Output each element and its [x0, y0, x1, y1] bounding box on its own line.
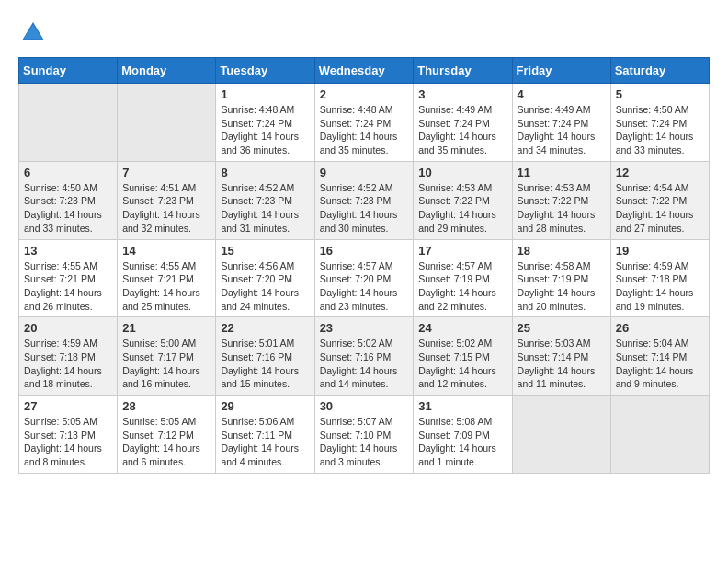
day-number: 24	[418, 321, 506, 335]
header-thursday: Thursday	[414, 58, 512, 84]
day-info: Sunrise: 5:02 AM Sunset: 7:15 PM Dayligh…	[418, 337, 506, 391]
day-info: Sunrise: 4:59 AM Sunset: 7:18 PM Dayligh…	[616, 259, 704, 314]
week-row-1: 1Sunrise: 4:48 AM Sunset: 7:24 PM Daylig…	[19, 84, 710, 162]
day-info: Sunrise: 5:05 AM Sunset: 7:12 PM Dayligh…	[122, 415, 210, 469]
day-cell: 24Sunrise: 5:02 AM Sunset: 7:15 PM Dayli…	[414, 317, 512, 396]
week-row-2: 6Sunrise: 4:50 AM Sunset: 7:23 PM Daylig…	[19, 161, 710, 239]
day-info: Sunrise: 4:53 AM Sunset: 7:22 PM Dayligh…	[518, 181, 606, 236]
day-info: Sunrise: 5:03 AM Sunset: 7:14 PM Dayligh…	[518, 337, 606, 391]
day-number: 8	[221, 166, 309, 179]
day-info: Sunrise: 4:48 AM Sunset: 7:24 PM Dayligh…	[221, 103, 309, 157]
calendar-body: 1Sunrise: 4:48 AM Sunset: 7:24 PM Daylig…	[19, 84, 710, 474]
day-cell: 3Sunrise: 4:49 AM Sunset: 7:24 PM Daylig…	[414, 84, 512, 162]
day-info: Sunrise: 4:57 AM Sunset: 7:20 PM Dayligh…	[320, 259, 409, 314]
week-row-3: 13Sunrise: 4:55 AM Sunset: 7:21 PM Dayli…	[19, 239, 710, 317]
day-number: 18	[518, 244, 606, 258]
day-info: Sunrise: 5:06 AM Sunset: 7:11 PM Dayligh…	[221, 415, 309, 469]
day-cell: 20Sunrise: 4:59 AM Sunset: 7:18 PM Dayli…	[19, 317, 118, 396]
calendar-header: SundayMondayTuesdayWednesdayThursdayFrid…	[19, 58, 710, 84]
day-number: 1	[221, 87, 309, 101]
day-cell: 12Sunrise: 4:54 AM Sunset: 7:22 PM Dayli…	[610, 161, 709, 239]
day-number: 20	[24, 321, 112, 335]
day-cell: 2Sunrise: 4:48 AM Sunset: 7:24 PM Daylig…	[314, 84, 414, 162]
day-info: Sunrise: 5:07 AM Sunset: 7:10 PM Dayligh…	[320, 415, 409, 469]
day-number: 7	[122, 166, 210, 179]
day-cell	[512, 396, 610, 474]
day-cell: 23Sunrise: 5:02 AM Sunset: 7:16 PM Dayli…	[314, 317, 414, 396]
day-info: Sunrise: 5:05 AM Sunset: 7:13 PM Dayligh…	[24, 415, 112, 469]
header-row: SundayMondayTuesdayWednesdayThursdayFrid…	[19, 58, 710, 84]
day-info: Sunrise: 4:56 AM Sunset: 7:20 PM Dayligh…	[221, 259, 309, 314]
day-info: Sunrise: 5:00 AM Sunset: 7:17 PM Dayligh…	[122, 337, 210, 391]
day-number: 11	[518, 166, 606, 179]
day-cell: 9Sunrise: 4:52 AM Sunset: 7:23 PM Daylig…	[314, 161, 414, 239]
day-info: Sunrise: 5:01 AM Sunset: 7:16 PM Dayligh…	[221, 337, 309, 391]
day-number: 31	[418, 399, 506, 413]
day-cell: 27Sunrise: 5:05 AM Sunset: 7:13 PM Dayli…	[19, 396, 118, 474]
page-header	[18, 18, 710, 48]
calendar-table: SundayMondayTuesdayWednesdayThursdayFrid…	[18, 57, 710, 474]
day-cell: 19Sunrise: 4:59 AM Sunset: 7:18 PM Dayli…	[610, 239, 709, 317]
day-number: 19	[616, 244, 704, 258]
day-info: Sunrise: 4:55 AM Sunset: 7:21 PM Dayligh…	[24, 259, 112, 314]
header-wednesday: Wednesday	[314, 58, 414, 84]
day-number: 17	[418, 244, 506, 258]
day-number: 6	[24, 166, 112, 179]
header-monday: Monday	[118, 58, 216, 84]
day-number: 15	[221, 244, 309, 258]
day-cell: 17Sunrise: 4:57 AM Sunset: 7:19 PM Dayli…	[414, 239, 512, 317]
day-info: Sunrise: 4:59 AM Sunset: 7:18 PM Dayligh…	[24, 337, 112, 391]
day-number: 27	[24, 399, 112, 413]
header-saturday: Saturday	[610, 58, 709, 84]
day-number: 23	[320, 321, 409, 335]
day-cell: 18Sunrise: 4:58 AM Sunset: 7:19 PM Dayli…	[512, 239, 610, 317]
day-cell: 11Sunrise: 4:53 AM Sunset: 7:22 PM Dayli…	[512, 161, 610, 239]
day-cell: 10Sunrise: 4:53 AM Sunset: 7:22 PM Dayli…	[414, 161, 512, 239]
day-info: Sunrise: 4:49 AM Sunset: 7:24 PM Dayligh…	[418, 103, 506, 157]
day-cell: 13Sunrise: 4:55 AM Sunset: 7:21 PM Dayli…	[19, 239, 118, 317]
day-cell: 4Sunrise: 4:49 AM Sunset: 7:24 PM Daylig…	[512, 84, 610, 162]
day-cell: 26Sunrise: 5:04 AM Sunset: 7:14 PM Dayli…	[610, 317, 709, 396]
day-number: 13	[24, 244, 112, 258]
day-info: Sunrise: 4:53 AM Sunset: 7:22 PM Dayligh…	[418, 181, 506, 236]
day-cell	[610, 396, 709, 474]
week-row-5: 27Sunrise: 5:05 AM Sunset: 7:13 PM Dayli…	[19, 396, 710, 474]
day-cell: 29Sunrise: 5:06 AM Sunset: 7:11 PM Dayli…	[216, 396, 314, 474]
day-number: 21	[122, 321, 210, 335]
day-info: Sunrise: 4:52 AM Sunset: 7:23 PM Dayligh…	[320, 181, 409, 236]
day-info: Sunrise: 4:52 AM Sunset: 7:23 PM Dayligh…	[221, 181, 309, 236]
svg-marker-1	[24, 24, 43, 39]
day-cell: 5Sunrise: 4:50 AM Sunset: 7:24 PM Daylig…	[610, 84, 709, 162]
day-cell: 7Sunrise: 4:51 AM Sunset: 7:23 PM Daylig…	[118, 161, 216, 239]
day-cell: 25Sunrise: 5:03 AM Sunset: 7:14 PM Dayli…	[512, 317, 610, 396]
header-sunday: Sunday	[19, 58, 118, 84]
day-info: Sunrise: 4:50 AM Sunset: 7:23 PM Dayligh…	[24, 181, 112, 236]
day-number: 10	[418, 166, 506, 179]
day-number: 9	[320, 166, 409, 179]
day-info: Sunrise: 5:02 AM Sunset: 7:16 PM Dayligh…	[320, 337, 409, 391]
day-info: Sunrise: 4:58 AM Sunset: 7:19 PM Dayligh…	[518, 259, 606, 314]
day-cell	[19, 84, 118, 162]
day-number: 12	[616, 166, 704, 179]
day-cell: 31Sunrise: 5:08 AM Sunset: 7:09 PM Dayli…	[414, 396, 512, 474]
day-info: Sunrise: 4:50 AM Sunset: 7:24 PM Dayligh…	[616, 103, 704, 157]
day-info: Sunrise: 4:51 AM Sunset: 7:23 PM Dayligh…	[122, 181, 210, 236]
day-cell: 15Sunrise: 4:56 AM Sunset: 7:20 PM Dayli…	[216, 239, 314, 317]
day-info: Sunrise: 5:04 AM Sunset: 7:14 PM Dayligh…	[616, 337, 704, 391]
day-cell: 8Sunrise: 4:52 AM Sunset: 7:23 PM Daylig…	[216, 161, 314, 239]
day-info: Sunrise: 4:55 AM Sunset: 7:21 PM Dayligh…	[122, 259, 210, 314]
day-number: 29	[221, 399, 309, 413]
day-number: 3	[418, 87, 506, 101]
day-cell: 1Sunrise: 4:48 AM Sunset: 7:24 PM Daylig…	[216, 84, 314, 162]
day-cell: 14Sunrise: 4:55 AM Sunset: 7:21 PM Dayli…	[118, 239, 216, 317]
day-number: 26	[616, 321, 704, 335]
day-number: 30	[320, 399, 409, 413]
day-number: 28	[122, 399, 210, 413]
day-cell: 28Sunrise: 5:05 AM Sunset: 7:12 PM Dayli…	[118, 396, 216, 474]
day-cell: 30Sunrise: 5:07 AM Sunset: 7:10 PM Dayli…	[314, 396, 414, 474]
day-info: Sunrise: 5:08 AM Sunset: 7:09 PM Dayligh…	[418, 415, 506, 469]
day-number: 22	[221, 321, 309, 335]
day-number: 5	[616, 87, 704, 101]
day-info: Sunrise: 4:48 AM Sunset: 7:24 PM Dayligh…	[320, 103, 409, 157]
day-number: 4	[518, 87, 606, 101]
